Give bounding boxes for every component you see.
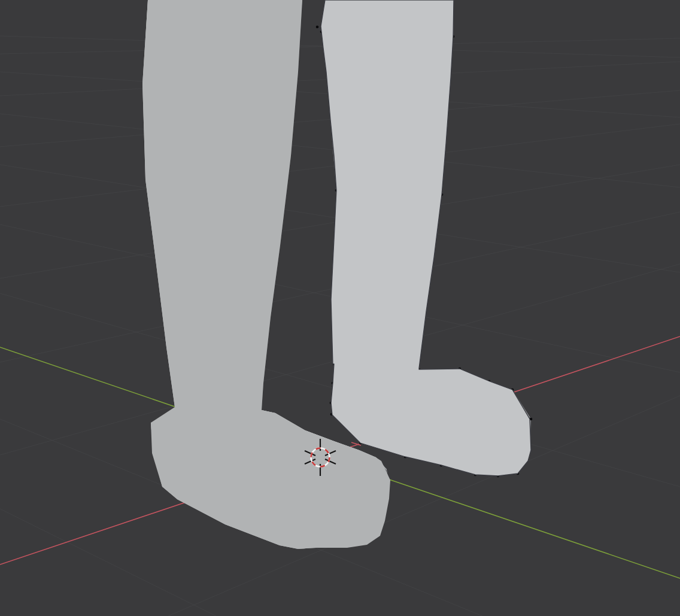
viewport-canvas[interactable] xyxy=(0,0,680,616)
mesh-vertex[interactable] xyxy=(316,26,319,29)
blender-3d-viewport[interactable] xyxy=(0,0,680,616)
